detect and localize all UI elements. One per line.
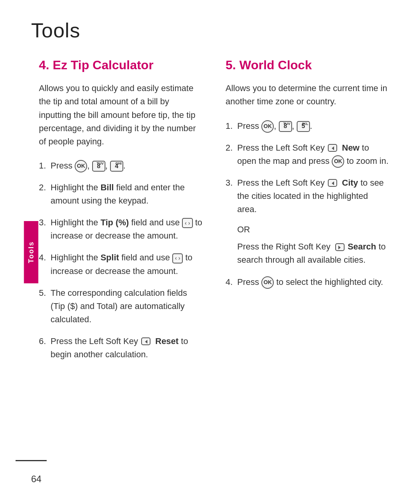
section4-steps: 1. Press OK, 8TUV, 4GHI. 2. Highlight th… xyxy=(39,159,202,361)
ok-key-1: OK xyxy=(75,160,87,172)
section5-title: 5. World Clock xyxy=(226,58,389,72)
step4-3: 3. Highlight the Tip (%) field and use ‹… xyxy=(39,216,202,242)
section5-description: Allows you to determine the current time… xyxy=(226,82,389,108)
step5-1-number: 1. xyxy=(226,119,235,133)
step4-6-number: 6. xyxy=(39,335,48,348)
key-8tuv: 8TUV xyxy=(92,161,105,172)
step4-4-number: 4. xyxy=(39,251,48,264)
step5-3-text: Press the Left Soft Key City to see the … xyxy=(237,176,389,216)
step4-4-text: Highlight the Split field and use ‹ › to… xyxy=(51,251,202,277)
step4-3-number: 3. xyxy=(39,216,48,229)
step4-6: 6. Press the Left Soft Key Reset to begi… xyxy=(39,335,202,361)
step4-5-text: The corresponding calculation fields (Ti… xyxy=(51,286,202,326)
step5-1-text: Press OK, 8TUV, 5JKL. xyxy=(237,119,389,133)
step4-2-text: Highlight the Bill field and enter the a… xyxy=(51,181,202,207)
step5-4-number: 4. xyxy=(226,276,235,289)
step4-2: 2. Highlight the Bill field and enter th… xyxy=(39,181,202,207)
section4-column: 4. Ez Tip Calculator Allows you to quick… xyxy=(39,58,202,370)
sidebar-tab: Tools xyxy=(24,221,38,283)
right-soft-key-icon xyxy=(334,243,345,252)
step5-1: 1. Press OK, 8TUV, 5JKL. xyxy=(226,119,389,133)
step5-2-text: Press the Left Soft Key New to open the … xyxy=(237,141,389,168)
key-5jkl: 5JKL xyxy=(297,121,310,132)
key-4ghi: 4GHI xyxy=(110,161,123,172)
left-soft-key-icon-2 xyxy=(328,144,339,153)
page-title: Tools xyxy=(0,0,420,54)
step5-2-number: 2. xyxy=(226,141,235,155)
or-block: OR Press the Right Soft Key Search to se… xyxy=(226,225,389,267)
nav-arrows-2: ‹ › xyxy=(172,253,183,263)
step5-3-number: 3. xyxy=(226,176,235,190)
or-text: OR xyxy=(237,225,389,235)
step4-3-text: Highlight the Tip (%) field and use ‹ › … xyxy=(51,216,202,242)
or-step-text: Press the Right Soft Key Search to searc… xyxy=(237,240,389,267)
ok-key-2: OK xyxy=(261,120,274,133)
section5-steps-continued: 4. Press OK to select the highlighted ci… xyxy=(226,276,389,289)
content-area: 4. Ez Tip Calculator Allows you to quick… xyxy=(0,54,420,370)
step5-4-text: Press OK to select the highlighted city. xyxy=(237,276,389,289)
sidebar-line xyxy=(16,460,47,461)
section5-steps: 1. Press OK, 8TUV, 5JKL. 2. Press the Le… xyxy=(226,119,389,216)
ok-key-4: OK xyxy=(261,276,274,289)
step4-1-text: Press OK, 8TUV, 4GHI. xyxy=(51,159,202,172)
section4-description: Allows you to quickly and easily estimat… xyxy=(39,82,202,148)
step4-5-number: 5. xyxy=(39,286,48,300)
left-soft-key-icon-3 xyxy=(328,179,339,188)
section5-column: 5. World Clock Allows you to determine t… xyxy=(226,58,389,370)
step4-6-text: Press the Left Soft Key Reset to begin a… xyxy=(51,335,202,361)
step5-2: 2. Press the Left Soft Key New to open t… xyxy=(226,141,389,168)
left-soft-key-icon-1 xyxy=(141,337,152,346)
step4-1: 1. Press OK, 8TUV, 4GHI. xyxy=(39,159,202,172)
step4-4: 4. Highlight the Split field and use ‹ ›… xyxy=(39,251,202,277)
step5-3: 3. Press the Left Soft Key City to see t… xyxy=(226,176,389,216)
key-8tuv-2: 8TUV xyxy=(279,121,292,132)
step4-1-number: 1. xyxy=(39,159,48,172)
step4-2-number: 2. xyxy=(39,181,48,194)
step5-4: 4. Press OK to select the highlighted ci… xyxy=(226,276,389,289)
page-number: 64 xyxy=(31,474,42,485)
nav-arrows-1: ‹ › xyxy=(182,218,192,228)
ok-key-3: OK xyxy=(332,155,344,168)
section4-title: 4. Ez Tip Calculator xyxy=(39,58,202,72)
step4-5: 5. The corresponding calculation fields … xyxy=(39,286,202,326)
